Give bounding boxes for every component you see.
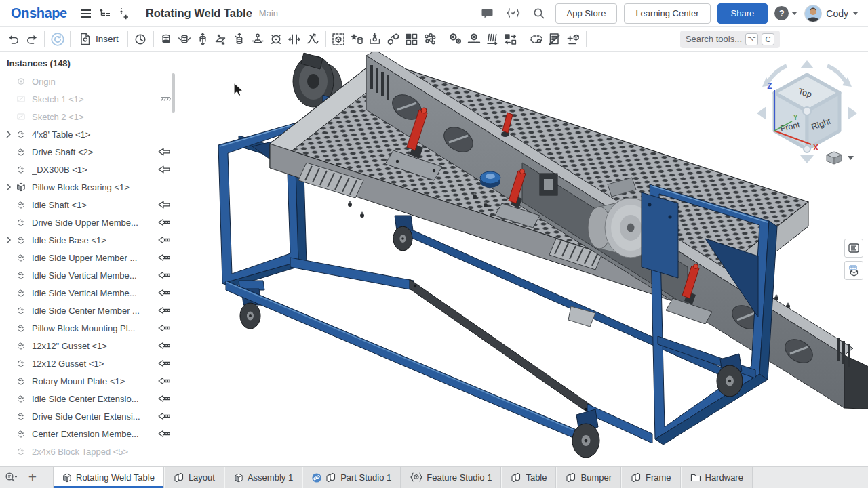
instance-row[interactable]: Idle Side Center Member ... — [0, 302, 178, 319]
slider-mate-button[interactable] — [194, 30, 212, 49]
main-menu-icon[interactable] — [77, 4, 96, 23]
instance-row[interactable]: 12x12 Gusset <1> — [0, 354, 178, 372]
expand-chevron-icon[interactable] — [5, 236, 16, 244]
rotate-left-arrow[interactable] — [768, 66, 787, 83]
caster-wheel[interactable] — [572, 409, 599, 458]
move-part-button[interactable] — [384, 30, 403, 49]
document-tab[interactable]: Hardware — [681, 467, 753, 488]
instance-row[interactable]: Drive Shaft <2> — [0, 143, 178, 161]
instance-row[interactable]: Drive Side Upper Membe... — [0, 214, 178, 231]
belt-button[interactable] — [528, 30, 546, 49]
instance-row[interactable]: Idle Shaft <1> — [0, 196, 178, 214]
instance-label: Pillow Block Bearing <1> — [32, 182, 153, 192]
drawing-button[interactable] — [546, 30, 564, 49]
app-store-button[interactable]: App Store — [555, 3, 618, 24]
pin-slot-mate-button[interactable] — [249, 30, 267, 49]
insert-version-icon[interactable] — [115, 4, 134, 23]
expand-chevron-icon[interactable] — [5, 130, 16, 138]
onshape-logo[interactable]: Onshape — [11, 5, 67, 21]
caster-wheel[interactable] — [717, 354, 743, 396]
gear-relation-button[interactable] — [447, 30, 465, 49]
instance-row[interactable]: Drive Side Center Extensi... — [0, 407, 178, 425]
instance-row[interactable]: Pillow Block Mounting Pl... — [0, 319, 178, 337]
view-cube[interactable]: Top Front Right Z X Y — [757, 60, 857, 163]
new-tab-button[interactable]: + — [22, 467, 43, 488]
instance-label: Origin — [32, 77, 153, 87]
snap-mode-button[interactable] — [366, 30, 384, 49]
document-tab[interactable]: Bumper — [556, 467, 621, 488]
instance-row[interactable]: Idle Side Vertical Membe... — [0, 266, 178, 284]
learning-center-button[interactable]: Learning Center — [624, 3, 710, 24]
instance-row[interactable]: _DX300B <1> — [0, 161, 178, 178]
tabs-list: Rotating Weld Table Layout Assembly 1 — [53, 467, 753, 488]
insert-button[interactable]: Insert — [74, 30, 124, 49]
pan-up-arrow[interactable] — [800, 60, 814, 68]
document-tab[interactable]: Frame — [621, 467, 681, 488]
create-part-studio-button[interactable] — [564, 30, 583, 49]
caster-wheel[interactable] — [393, 216, 413, 251]
workspace-name[interactable]: Main — [259, 8, 278, 18]
features-panel-toggle[interactable] — [844, 239, 863, 258]
document-tab[interactable]: Assembly 1 — [224, 467, 302, 488]
expand-chevron-icon[interactable] — [5, 183, 16, 191]
document-tab[interactable]: Part Studio 1 — [302, 467, 401, 488]
instance-row[interactable]: 12x12" Gusset <1> — [0, 337, 178, 354]
tangent-mate-button[interactable] — [304, 30, 322, 49]
pattern-button[interactable] — [403, 30, 421, 49]
featurescript-icon[interactable] — [504, 4, 523, 23]
document-tab[interactable]: Table — [501, 467, 556, 488]
rotate-right-arrow[interactable] — [827, 66, 846, 83]
rack-and-pinion-relation-button[interactable] — [465, 30, 484, 49]
instance-row[interactable]: Sketch 2 <1> — [0, 108, 178, 125]
pan-left-arrow[interactable] — [757, 106, 766, 120]
instance-row[interactable]: Origin — [0, 73, 178, 90]
share-button[interactable]: Share — [717, 3, 768, 24]
instance-label: Drive Shaft <2> — [32, 147, 153, 157]
instance-row[interactable]: Rotary Mount Plate <1> — [0, 372, 178, 390]
instance-type-icon — [16, 411, 28, 421]
sidebar-scrollbar[interactable] — [172, 73, 175, 113]
document-tab[interactable]: Rotating Weld Table — [53, 467, 164, 488]
comment-icon[interactable] — [478, 4, 497, 23]
graphics-viewport[interactable]: Top Front Right Z X Y — [178, 52, 868, 466]
replicate-button[interactable] — [421, 30, 439, 49]
view-options-menu[interactable] — [827, 152, 854, 164]
pan-down-arrow[interactable] — [800, 155, 814, 163]
pan-right-arrow[interactable] — [848, 106, 857, 120]
linear-relation-button[interactable] — [502, 30, 520, 49]
redo-button[interactable] — [22, 30, 41, 49]
document-tab[interactable]: Feature Studio 1 — [401, 467, 501, 488]
instance-row[interactable]: Center Extension Membe... — [0, 425, 178, 443]
instance-row[interactable]: Idle Side Base <1> — [0, 231, 178, 249]
update-linked-documents-button[interactable] — [48, 30, 66, 49]
screw-relation-button[interactable] — [484, 30, 502, 49]
ball-mate-button[interactable] — [267, 30, 285, 49]
cylindrical-mate-button[interactable] — [231, 30, 249, 49]
weld-table-model[interactable] — [218, 52, 868, 458]
search-tabs-icon[interactable] — [0, 467, 22, 488]
instance-row[interactable]: Idle Side Center Extensio... — [0, 390, 178, 407]
mate-button[interactable] — [132, 30, 150, 49]
parallel-mate-button[interactable] — [285, 30, 304, 49]
instance-row[interactable]: Idle Side Vertical Membe... — [0, 284, 178, 302]
undo-button[interactable] — [4, 30, 22, 49]
version-tree-icon[interactable] — [96, 4, 115, 23]
user-menu[interactable]: Cody — [804, 5, 859, 22]
instance-row[interactable]: Idle Side Upper Member ... — [0, 249, 178, 266]
instance-row[interactable]: 2x4x6 Block Tapped <5> — [0, 443, 178, 460]
document-tab[interactable]: Layout — [164, 467, 224, 488]
search-icon[interactable] — [530, 4, 549, 23]
help-menu[interactable]: ? — [774, 6, 797, 20]
planar-mate-button[interactable] — [212, 30, 231, 49]
instance-type-icon — [16, 94, 28, 104]
named-positions-button[interactable] — [348, 30, 366, 49]
bom-panel-toggle[interactable] — [844, 261, 863, 280]
search-tools-input[interactable]: Search tools... ⌥ C — [680, 30, 780, 48]
fastened-mate-button[interactable] — [157, 30, 176, 49]
revolute-mate-button[interactable] — [176, 30, 194, 49]
instance-row[interactable]: 4'x8' Table <1> — [0, 125, 178, 143]
group-button[interactable] — [330, 30, 348, 49]
instance-row[interactable]: Sketch 1 <1> — [0, 90, 178, 108]
telescoping-cross-member[interactable] — [290, 258, 652, 443]
instance-row[interactable]: Pillow Block Bearing <1> — [0, 178, 178, 196]
